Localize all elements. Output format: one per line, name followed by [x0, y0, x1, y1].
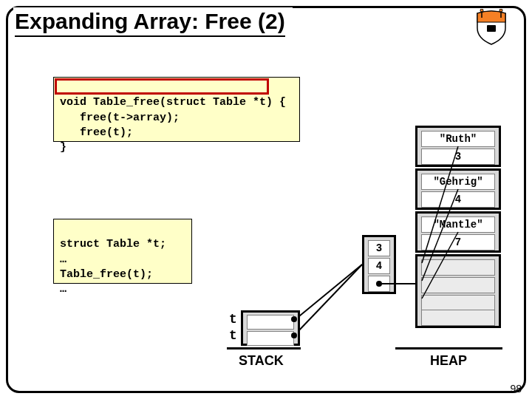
heap-record-ruth: "Ruth" 3	[415, 126, 501, 167]
arr-slot-2	[421, 295, 495, 311]
stack-underline	[227, 347, 301, 349]
svg-rect-0	[487, 25, 496, 32]
code1-l1: void Table_free(struct Table *t) {	[60, 96, 286, 109]
code2-l2: …	[60, 253, 66, 266]
code2-l1: struct Table *t;	[60, 238, 166, 250]
stack-t2-dot	[291, 332, 297, 338]
heap-record-mantle: "Mantle" 7	[415, 211, 501, 253]
gehrig-name: "Gehrig"	[421, 174, 495, 190]
arr-slot-3	[421, 310, 495, 326]
stack-label-t2: t	[229, 328, 237, 343]
svg-point-1	[480, 9, 483, 12]
stack-label: STACK	[239, 353, 284, 369]
heap-label: HEAP	[430, 353, 467, 369]
heap-array-block	[415, 254, 501, 328]
stack-row-t2	[247, 331, 294, 346]
stack-row-t1	[247, 315, 294, 330]
heap-underline	[395, 347, 502, 349]
stack-t1-dot	[291, 316, 297, 322]
code1-l4: }	[60, 141, 66, 154]
code2-l3: Table_free(t);	[60, 268, 153, 281]
arr-slot-1	[421, 277, 495, 293]
ruth-val: 3	[421, 149, 495, 165]
stack-frame	[241, 310, 300, 346]
tbl-cap: 4	[368, 258, 390, 274]
code2-l4: …	[60, 283, 66, 296]
red-highlight-free-array	[55, 78, 269, 95]
slide-title-text: Expanding Array: Free (2)	[15, 9, 285, 37]
tbl-cnt: 3	[368, 240, 390, 256]
stack-label-t1: t	[229, 312, 237, 327]
arr-slot-0	[421, 259, 495, 276]
ruth-name: "Ruth"	[421, 131, 495, 147]
slide-title: Expanding Array: Free (2)	[13, 7, 293, 41]
gehrig-val: 4	[421, 191, 495, 208]
university-shield-icon	[471, 9, 511, 46]
heap-record-gehrig: "Gehrig" 4	[415, 168, 501, 210]
slide-number: 98	[510, 383, 522, 395]
mantle-val: 7	[421, 234, 495, 250]
mantle-name: "Mantle"	[421, 216, 495, 233]
code-call-site: struct Table *t; … Table_free(t); …	[53, 219, 192, 284]
code1-l2: free(t->array);	[60, 112, 180, 124]
tbl-array-line	[381, 283, 415, 284]
svg-point-2	[499, 9, 502, 12]
code1-l3: free(t);	[60, 126, 133, 139]
